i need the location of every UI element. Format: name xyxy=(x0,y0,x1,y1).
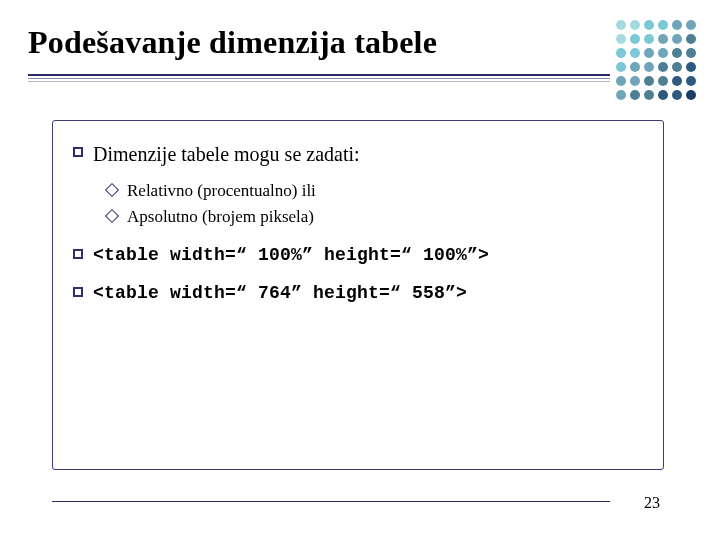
dot-icon xyxy=(644,90,654,100)
dot-icon xyxy=(672,20,682,30)
dot-icon xyxy=(686,62,696,72)
dot-icon xyxy=(658,48,668,58)
dot-icon xyxy=(658,76,668,86)
dot-icon xyxy=(672,76,682,86)
dot-icon xyxy=(658,90,668,100)
list-item: Relativno (procentualno) ili xyxy=(107,178,645,204)
slide-title: Podešavanje dimenzija tabele xyxy=(28,24,696,61)
sublist: Relativno (procentualno) ili Apsolutno (… xyxy=(107,178,645,229)
dot-icon xyxy=(686,34,696,44)
title-rule-thin-1 xyxy=(28,78,610,79)
list-item-text: Dimenzije tabele mogu se zadati: xyxy=(93,141,645,168)
footer-rule xyxy=(52,501,610,502)
square-bullet-icon xyxy=(73,147,83,157)
dot-icon xyxy=(658,34,668,44)
dot-icon xyxy=(616,76,626,86)
dot-icon xyxy=(616,34,626,44)
list-item-code: <table width=“ 100%” height=“ 100%”> xyxy=(93,243,645,267)
title-rule-thin-2 xyxy=(28,81,610,82)
diamond-bullet-icon xyxy=(105,208,119,222)
list-item: Apsolutno (brojem piksela) xyxy=(107,204,645,230)
dot-icon xyxy=(672,34,682,44)
content-box: Dimenzije tabele mogu se zadati: Relativ… xyxy=(52,120,664,470)
dot-icon xyxy=(686,48,696,58)
list-item-text: Apsolutno (brojem piksela) xyxy=(127,204,645,230)
slide: Podešavanje dimenzija tabele Dimenzije t… xyxy=(0,0,720,540)
dot-icon xyxy=(672,48,682,58)
dot-icon xyxy=(644,76,654,86)
decorative-dot-grid xyxy=(616,20,698,102)
dot-icon xyxy=(672,62,682,72)
dot-icon xyxy=(630,34,640,44)
dot-icon xyxy=(658,62,668,72)
diamond-bullet-icon xyxy=(105,183,119,197)
dot-icon xyxy=(630,62,640,72)
square-bullet-icon xyxy=(73,249,83,259)
dot-icon xyxy=(616,48,626,58)
list-item-code: <table width=“ 764” height=“ 558”> xyxy=(93,281,645,305)
dot-icon xyxy=(616,20,626,30)
dot-icon xyxy=(616,62,626,72)
dot-icon xyxy=(686,20,696,30)
list-item: <table width=“ 100%” height=“ 100%”> xyxy=(73,243,645,267)
dot-icon xyxy=(644,48,654,58)
page-number: 23 xyxy=(644,494,660,512)
dot-icon xyxy=(644,34,654,44)
title-rule-thick xyxy=(28,74,610,76)
dot-icon xyxy=(672,90,682,100)
dot-icon xyxy=(644,62,654,72)
dot-icon xyxy=(686,90,696,100)
dot-icon xyxy=(630,90,640,100)
list-item: Dimenzije tabele mogu se zadati: xyxy=(73,141,645,168)
dot-icon xyxy=(686,76,696,86)
title-area: Podešavanje dimenzija tabele xyxy=(28,24,696,61)
dot-icon xyxy=(630,20,640,30)
dot-icon xyxy=(630,48,640,58)
list-item-text: Relativno (procentualno) ili xyxy=(127,178,645,204)
list-item: <table width=“ 764” height=“ 558”> xyxy=(73,281,645,305)
dot-icon xyxy=(630,76,640,86)
dot-icon xyxy=(644,20,654,30)
dot-icon xyxy=(616,90,626,100)
square-bullet-icon xyxy=(73,287,83,297)
dot-icon xyxy=(658,20,668,30)
